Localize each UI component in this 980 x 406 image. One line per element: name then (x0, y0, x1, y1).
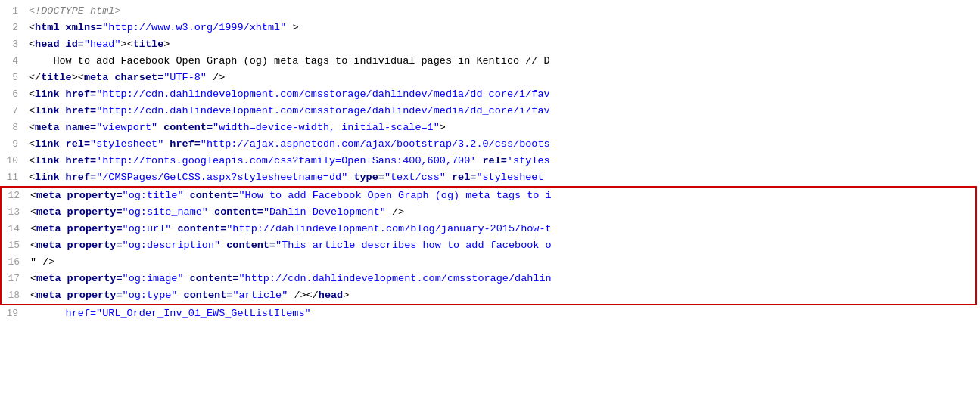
line-number: 8 (0, 119, 26, 136)
code-token: > (440, 122, 446, 133)
code-token: link (35, 172, 59, 183)
code-token: meta (36, 273, 61, 284)
line-number: 17 (2, 271, 27, 287)
code-line: 9<link rel="stylesheet" href="http://aja… (0, 136, 980, 153)
line-content: <meta property="og:type" content="articl… (27, 287, 975, 304)
code-token: "head" (84, 39, 121, 50)
code-token: charset= (108, 72, 163, 83)
code-token: title (133, 39, 164, 50)
code-token: "stylesheet (476, 172, 543, 183)
code-token: "og:url" (123, 223, 172, 234)
highlighted-block: 12<meta property="og:title" content="How… (0, 186, 977, 305)
code-line: 13<meta property="og:site_name" content=… (2, 204, 975, 221)
code-token: >< (72, 72, 84, 83)
code-token: How to add Facebook Open Graph (og) meta… (29, 55, 550, 67)
code-line: 1<!DOCTYPE html> (0, 3, 980, 20)
code-token: < (30, 190, 36, 201)
line-content: <link href="http://cdn.dahlindevelopment… (26, 86, 980, 103)
code-token: /> (386, 206, 404, 218)
line-number: 13 (2, 204, 27, 221)
line-number: 16 (2, 254, 27, 271)
line-content: </title><meta charset="UTF-8" /> (26, 70, 980, 86)
code-token: href="URL_Order_Inv_01_EWS_GetListItems" (29, 308, 311, 319)
code-line: 4 How to add Facebook Open Graph (og) me… (0, 53, 980, 70)
line-content: <!DOCTYPE html> (26, 3, 980, 20)
code-token: link (35, 155, 59, 166)
code-line: 3<head id="head"><title> (0, 36, 980, 53)
code-token: < (30, 273, 36, 284)
code-token: title (41, 72, 72, 83)
code-token: xmlns= (60, 22, 103, 33)
code-token: "text/css" (384, 172, 446, 183)
code-line: 8<meta name="viewport" content="width=de… (0, 119, 980, 136)
code-token: "og:type" (123, 290, 178, 301)
code-token: < (29, 39, 35, 50)
code-line: 2<html xmlns="http://www.w3.org/1999/xht… (0, 20, 980, 36)
code-token: type= (347, 172, 384, 183)
line-content: <head id="head"><title> (26, 36, 980, 53)
code-token: property= (61, 190, 123, 201)
code-token: meta (36, 240, 61, 251)
code-token: < (30, 240, 36, 251)
code-token: > (163, 39, 170, 50)
code-token: content= (157, 122, 213, 133)
line-content: <link href='http://fonts.googleapis.com/… (26, 153, 980, 169)
code-token: 'styles (507, 155, 550, 166)
code-token: html (35, 22, 59, 33)
code-token: id= (60, 39, 84, 50)
code-token: rel= (476, 155, 507, 166)
line-content: href="URL_Order_Inv_01_EWS_GetListItems" (26, 305, 980, 322)
code-line: 16" /> (2, 254, 975, 271)
code-token: rel= (60, 138, 91, 150)
line-number: 18 (2, 287, 27, 304)
code-token: meta (36, 223, 61, 234)
code-token: content= (208, 206, 263, 218)
code-token: content= (184, 273, 239, 284)
code-token: "http://www.w3.org/1999/xhtml" (102, 22, 286, 33)
code-token: href= (60, 155, 97, 166)
code-token: property= (61, 240, 123, 251)
code-line: 10<link href='http://fonts.googleapis.co… (0, 153, 980, 169)
code-viewer: 1<!DOCTYPE html>2<html xmlns="http://www… (0, 0, 980, 325)
line-number: 19 (0, 305, 26, 322)
line-content: <meta property="og:title" content="How t… (27, 188, 975, 204)
code-token: content= (177, 290, 232, 301)
code-token: "UTF-8" (163, 72, 207, 83)
code-token: property= (61, 273, 123, 284)
code-token: "http://cdn.dahlindevelopment.com/cmssto… (96, 105, 550, 116)
code-token: >< (121, 39, 133, 50)
code-token: < (29, 105, 35, 116)
code-token: content= (171, 223, 226, 234)
code-token: content= (184, 190, 239, 201)
code-token: < (30, 223, 36, 234)
code-token: "http://ajax.aspnetcdn.com/ajax/bootstra… (201, 138, 550, 150)
code-token: property= (61, 223, 123, 234)
code-line: 17<meta property="og:image" content="htt… (2, 271, 975, 287)
code-line: 7<link href="http://cdn.dahlindevelopmen… (0, 103, 980, 119)
code-token: < (29, 155, 35, 166)
code-token: < (29, 172, 35, 183)
line-number: 14 (2, 221, 27, 237)
code-token: "og:title" (123, 190, 184, 201)
line-number: 15 (2, 237, 27, 254)
code-token: "Dahlin Development" (263, 206, 386, 218)
code-token: "http://cdn.dahlindevelopment.com/cmssto… (238, 273, 551, 284)
code-token: meta (35, 122, 59, 133)
code-token: "width=device-width, initial-scale=1" (213, 122, 440, 133)
code-token: "og:site_name" (123, 206, 208, 218)
code-token: name= (60, 122, 97, 133)
line-number: 6 (0, 86, 26, 103)
line-number: 9 (0, 136, 26, 153)
code-token: "How to add Facebook Open Graph (og) met… (238, 190, 551, 201)
code-token: < (30, 290, 36, 301)
code-token: <!DOCTYPE html> (29, 5, 121, 17)
code-token: href= (60, 172, 97, 183)
code-token: "stylesheet" (90, 138, 163, 150)
code-token: " /> (30, 256, 54, 268)
code-token: head (319, 290, 343, 301)
code-token: content= (220, 240, 275, 251)
line-content: <link rel="stylesheet" href="http://ajax… (26, 136, 980, 153)
code-token: href= (60, 88, 97, 100)
code-token: "article" (232, 290, 288, 301)
code-token: "og:image" (123, 273, 184, 284)
